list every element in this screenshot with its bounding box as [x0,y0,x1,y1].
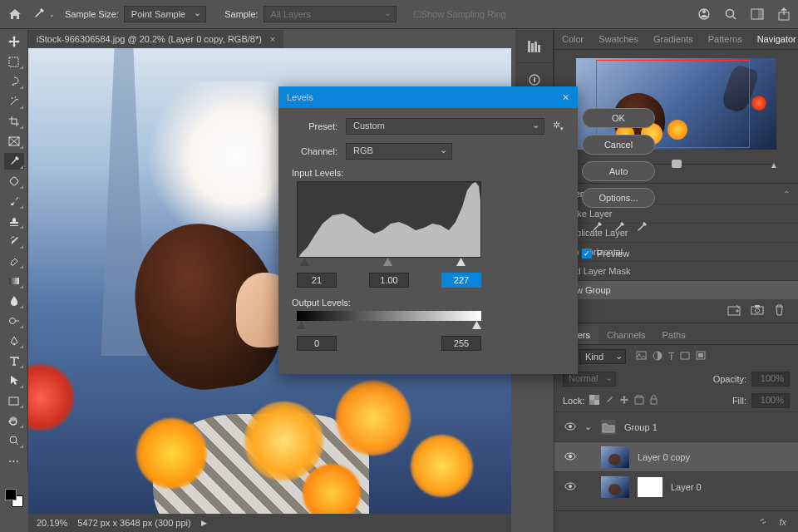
lock-transparency-icon[interactable] [589,395,599,406]
tab-color[interactable]: Color [554,30,591,49]
visibility-icon[interactable] [564,452,576,462]
crop-tool[interactable] [4,113,24,130]
expand-icon[interactable]: ⌄ [584,421,593,432]
input-levels-label: Input Levels: [292,168,564,178]
layer-thumbnail[interactable] [601,446,629,468]
history-item[interactable]: New Group [554,280,798,299]
output-sliders[interactable] [297,321,481,331]
color-swatches[interactable] [5,489,23,507]
tab-channels[interactable]: Channels [598,326,653,344]
options-button[interactable]: Options... [582,188,655,208]
layer-name[interactable]: Layer 0 [671,482,702,492]
history-brush-tool[interactable] [4,233,24,249]
cancel-button[interactable]: Cancel [582,135,655,155]
layer-row[interactable]: Layer 0 copy [554,441,798,471]
eyedropper-white-icon[interactable] [635,221,648,235]
auto-button[interactable]: Auto [582,161,655,181]
output-low[interactable] [297,336,337,351]
preset-combo[interactable]: Custom [346,118,544,135]
eyedropper-tool-icon[interactable] [30,6,47,22]
close-tab-icon[interactable]: × [270,34,275,44]
filter-pixel-icon[interactable] [636,351,647,362]
visibility-icon[interactable] [564,422,576,432]
wand-tool[interactable] [4,93,24,110]
filter-adjust-icon[interactable] [653,351,663,362]
preset-menu-icon[interactable]: ✲▾ [553,120,564,132]
svg-point-1 [702,10,706,13]
layer-kind-combo[interactable]: Kind [579,349,626,364]
visibility-icon[interactable] [564,482,576,492]
sample-size-combo[interactable]: Point Sample [124,6,206,22]
lasso-tool[interactable] [4,73,24,90]
home-icon[interactable] [7,6,23,22]
layer-thumbnail[interactable] [601,476,629,498]
path-select-tool[interactable] [4,372,24,389]
brush-tool[interactable] [4,193,24,209]
tool-preset-dropdown[interactable]: ⌄ [49,11,55,18]
lock-all-icon[interactable] [649,395,658,406]
input-mid[interactable] [369,273,409,288]
layer-row-group[interactable]: ⌄ Group 1 [554,411,798,441]
svg-rect-18 [534,77,535,82]
move-tool[interactable] [4,33,24,50]
close-icon[interactable]: ✕ [562,92,569,103]
hand-tool[interactable] [4,412,24,429]
search-icon[interactable] [723,7,738,22]
input-highlight[interactable] [441,273,481,288]
ok-button[interactable]: OK [582,108,655,128]
pen-tool[interactable] [4,332,24,349]
blur-tool[interactable] [4,293,24,309]
zoom-tool[interactable] [4,432,24,449]
fx-icon[interactable]: fx [779,517,786,527]
preview-checkbox[interactable]: ✓ [582,249,592,259]
filter-type-icon[interactable]: T [668,351,674,362]
camera-icon[interactable] [751,304,764,318]
new-snapshot-icon[interactable] [727,304,741,318]
lock-nest-icon[interactable] [634,395,644,406]
tab-navigator[interactable]: Navigator [750,30,798,49]
healing-tool[interactable] [4,173,24,190]
frame-tool[interactable] [4,133,24,150]
doc-dims: 5472 px x 3648 px (300 ppi) [77,518,190,528]
layer-name[interactable]: Group 1 [624,422,658,432]
document-tab[interactable]: iStock-966306584.jpg @ 20.2% (Layer 0 co… [28,30,283,48]
type-tool[interactable] [4,352,24,369]
layer-row[interactable]: Layer 0 [554,471,798,501]
input-shadow[interactable] [297,273,337,288]
eraser-tool[interactable] [4,253,24,269]
lock-brush-icon[interactable] [604,395,614,406]
share-icon[interactable] [776,7,791,22]
cloud-docs-icon[interactable] [697,7,712,22]
tab-paths[interactable]: Paths [654,326,694,344]
preview-label: Preview [597,249,629,259]
trash-icon[interactable] [774,304,785,318]
lock-position-icon[interactable] [619,395,629,406]
eyedropper-black-icon[interactable] [590,221,603,235]
status-menu-arrow[interactable]: ▶ [201,519,207,527]
link-layers-icon[interactable] [757,516,769,528]
eyedropper-tool[interactable] [4,153,24,170]
marquee-tool[interactable] [4,53,24,70]
workspace-icon[interactable] [750,7,765,22]
gradient-tool[interactable] [4,273,24,289]
tab-swatches[interactable]: Swatches [591,30,646,49]
filter-shape-icon[interactable] [680,351,690,362]
layer-mask-thumbnail[interactable] [638,477,663,497]
output-high[interactable] [441,336,481,351]
input-sliders[interactable] [297,258,481,268]
layer-name[interactable]: Layer 0 copy [638,452,690,462]
eyedropper-gray-icon[interactable] [613,221,625,235]
history-item[interactable]: Add Layer Mask [554,261,798,280]
zoom-in-icon[interactable]: ▲ [770,160,781,169]
stamp-tool[interactable] [4,213,24,229]
tab-patterns[interactable]: Patterns [701,30,750,49]
more-tools[interactable]: ⋯ [4,452,24,469]
filter-smart-icon[interactable] [696,351,706,362]
opacity-label: Opacity: [713,374,746,384]
tab-gradients[interactable]: Gradients [646,30,701,49]
shape-tool[interactable] [4,392,24,409]
zoom-level[interactable]: 20.19% [37,518,67,528]
channel-combo[interactable]: RGB [346,143,452,160]
dodge-tool[interactable] [4,313,24,329]
collapsed-panel-icon[interactable] [515,30,554,63]
